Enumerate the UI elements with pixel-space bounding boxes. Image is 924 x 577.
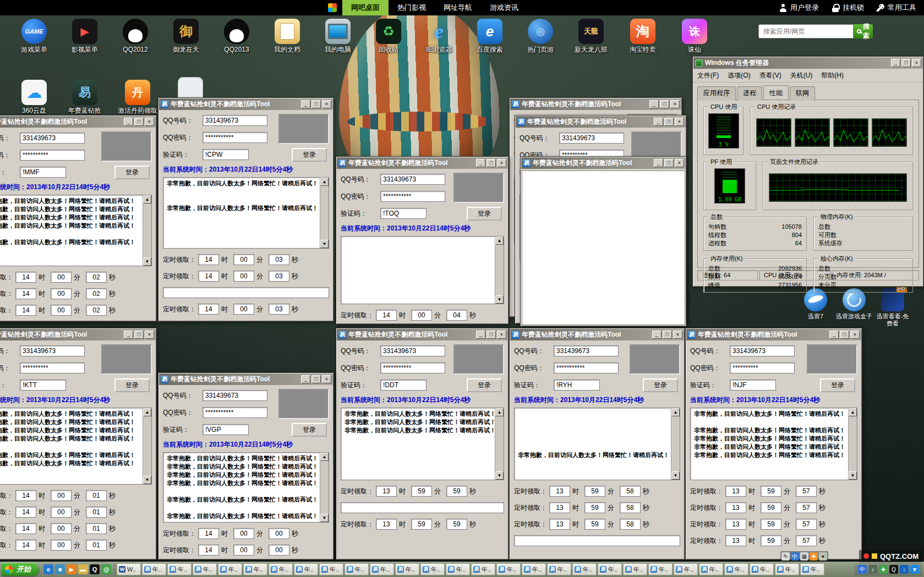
keyboard-icon[interactable]: ▦ [800, 552, 808, 560]
timer-second-input[interactable]: 58 [620, 519, 641, 530]
taskbar-button[interactable]: 易年.. [142, 563, 166, 575]
desktop-icon-movie[interactable]: ▶影视菜单 [64, 19, 106, 53]
minimize-button[interactable]: _ [654, 159, 663, 167]
qq-password-input[interactable]: ********** [20, 150, 85, 161]
timer-hour-input[interactable]: 13 [725, 519, 746, 530]
scrollbar[interactable]: ▲▼ [495, 237, 504, 304]
volume-icon[interactable]: ♪ [868, 565, 877, 574]
taskbar-button[interactable]: 易年.. [648, 563, 673, 575]
timer-second-input[interactable]: 02 [86, 288, 107, 299]
timer-minute-input[interactable]: 00 [51, 490, 72, 501]
toolbox-icon[interactable]: ✚ [810, 552, 818, 560]
login-button[interactable]: 登录 [114, 378, 150, 392]
minimize-button[interactable]: _ [124, 118, 133, 126]
scrollbar[interactable]: ▲▼ [143, 408, 151, 484]
maximize-button[interactable]: □ [134, 331, 144, 339]
desktop-icon-qq[interactable]: QQ2012 [114, 19, 156, 53]
timer-hour-input[interactable]: 14 [198, 271, 219, 282]
media-player-icon[interactable]: ▶ [67, 564, 76, 574]
qq-password-input[interactable]: *********** [203, 407, 267, 418]
maximize-button[interactable]: □ [901, 59, 911, 67]
minimize-button[interactable]: _ [652, 331, 661, 339]
qq-number-input[interactable]: 331439673 [203, 390, 267, 401]
search-button[interactable]: 搜 索 [854, 24, 873, 39]
scroll-up-icon[interactable]: ▲ [671, 408, 680, 416]
timer-second-input[interactable]: 01 [86, 523, 107, 534]
scrollbar[interactable]: ▲▼ [671, 408, 680, 480]
timer-second-input[interactable]: 01 [86, 490, 107, 501]
login-button[interactable]: 登录 [292, 148, 327, 162]
tool-window-titlebar[interactable]: 易年费蓝钻抢剑灵不删档激活码Tool_□× [0, 116, 156, 128]
topbar-tab[interactable]: 热门影视 [389, 0, 435, 15]
close-button[interactable]: × [497, 159, 506, 167]
scroll-up-icon[interactable]: ▲ [320, 178, 329, 186]
timer-hour-input[interactable]: 14 [198, 528, 219, 539]
timer-hour-input[interactable]: 13 [725, 486, 746, 497]
minimize-button[interactable]: _ [654, 118, 663, 126]
qq-password-input[interactable]: *********** [554, 362, 619, 373]
timer-second-input[interactable]: 02 [86, 305, 107, 316]
qq-number-input[interactable]: 331439673 [20, 345, 85, 356]
minimize-button[interactable]: _ [301, 375, 310, 383]
qq-password-input[interactable]: ********** [20, 362, 85, 373]
minimize-button[interactable]: _ [301, 100, 310, 108]
scroll-down-icon[interactable]: ▼ [671, 471, 680, 480]
desktop-icon-dan[interactable]: 丹激活丹药领取 [117, 80, 158, 114]
desktop-icon-baidu[interactable]: e百度搜索 [469, 19, 511, 53]
captcha-code-input[interactable]: !RYH [554, 380, 600, 391]
timer-hour-input[interactable]: 13 [549, 502, 570, 513]
timer-second-input[interactable]: 02 [86, 272, 107, 283]
timer-second-input[interactable]: 00 [269, 528, 289, 539]
scroll-up-icon[interactable]: ▲ [143, 195, 151, 204]
scroll-down-icon[interactable]: ▼ [495, 471, 504, 480]
timer-second-input[interactable]: 01 [86, 540, 107, 551]
tool-window-titlebar[interactable]: 易年费蓝钻抢剑灵不删档激活码Tool_□× [337, 329, 508, 340]
timer-second-input[interactable]: 57 [796, 502, 817, 513]
timer-hour-input[interactable]: 13 [725, 502, 746, 513]
scrollbar[interactable]: ▲▼ [848, 408, 857, 480]
taskbar-button[interactable]: 易年.. [496, 563, 521, 575]
timer-hour-input[interactable]: 14 [15, 507, 36, 518]
timer-hour-input[interactable]: 14 [15, 540, 36, 551]
timer-second-input[interactable]: 59 [446, 519, 467, 530]
maximize-button[interactable]: □ [840, 331, 849, 339]
taskbar-button[interactable]: WW.. [117, 563, 141, 575]
desktop-icon-game[interactable]: GAME游戏菜单 [13, 19, 55, 53]
browser-icon[interactable]: @ [101, 564, 111, 574]
timer-minute-input[interactable]: 00 [233, 545, 254, 556]
maximize-button[interactable]: □ [663, 331, 672, 339]
login-button[interactable]: 登录 [820, 378, 855, 392]
menu-item[interactable]: 帮助(H) [821, 71, 844, 80]
shortcut-icon-xlgame[interactable]: 迅雷游戏盒子 [835, 288, 873, 320]
taskbar-button[interactable]: 易年.. [471, 563, 495, 575]
timer-minute-input[interactable]: 00 [51, 523, 72, 534]
timer-minute-input[interactable]: 00 [51, 288, 72, 299]
taskbar-button[interactable]: 易年.. [800, 563, 824, 575]
task-manager-titlebar[interactable]: Windows 任务管理器 _ □ × [693, 57, 923, 69]
qq-password-input[interactable]: *********** [203, 132, 267, 143]
taskbar-button[interactable]: 易年.. [218, 563, 242, 575]
timer-hour-input[interactable]: 14 [15, 523, 36, 534]
maximize-button[interactable]: □ [664, 159, 674, 167]
timer-minute-input[interactable]: 00 [411, 310, 432, 321]
captcha-code-input[interactable]: !TOQ [380, 208, 427, 219]
taskbar-button[interactable]: 易年.. [370, 563, 394, 575]
topbar-tab[interactable]: 游戏资讯 [481, 0, 527, 15]
scrollbar[interactable]: ▲▼ [320, 178, 329, 248]
login-button[interactable]: 登录 [114, 166, 150, 179]
tool-window-titlebar[interactable]: 易年费蓝钻抢剑灵不删档激活码Tool_□× [510, 329, 684, 340]
timer-hour-input[interactable]: 14 [198, 254, 219, 265]
captcha-code-input[interactable]: !NJF [730, 380, 776, 391]
close-button[interactable]: × [322, 100, 331, 108]
antivirus-icon[interactable]: ✚ [879, 565, 888, 574]
taskbar-button[interactable]: 易年.. [623, 563, 647, 575]
timer-minute-input[interactable]: 00 [51, 305, 72, 316]
taskbar-button[interactable]: 易年.. [775, 563, 799, 575]
qq-password-input[interactable]: ********** [730, 362, 795, 373]
windows-logo-icon[interactable] [328, 3, 337, 12]
timer-minute-input[interactable]: 59 [584, 519, 605, 530]
timer-second-input[interactable]: 59 [446, 486, 467, 497]
desktop-icon-docs[interactable]: 我的文档 [266, 19, 308, 53]
maximize-button[interactable]: □ [311, 100, 321, 108]
close-button[interactable]: × [850, 331, 860, 339]
